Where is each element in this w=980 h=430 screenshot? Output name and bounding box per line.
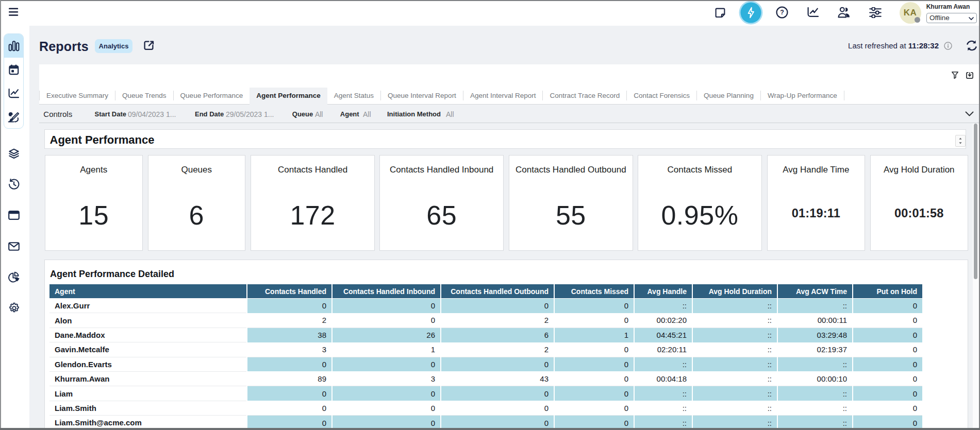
svg-text:?: ? [780, 9, 784, 16]
